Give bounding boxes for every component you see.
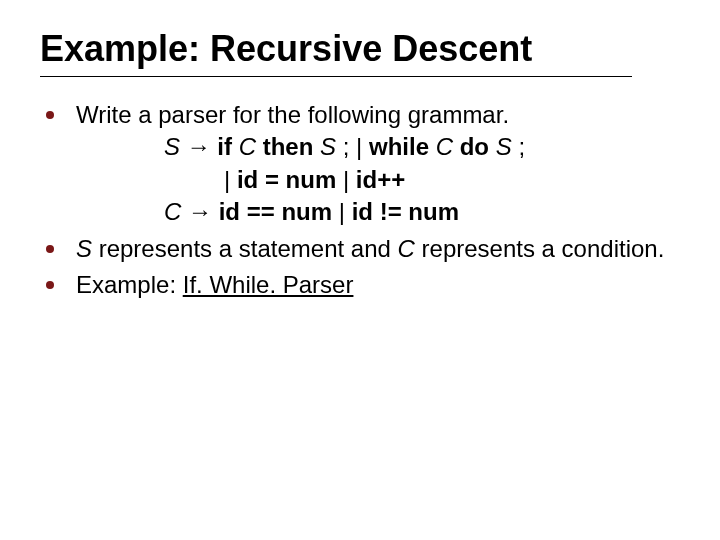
text: represents a condition. [415, 235, 664, 262]
eqeq: == [247, 198, 275, 225]
kw-num: num [286, 166, 337, 193]
kw-while: while [369, 133, 429, 160]
title-underline: Example: Recursive Descent [40, 28, 632, 77]
kw-idpp: id++ [356, 166, 405, 193]
sym-C: C [398, 235, 415, 262]
kw-num: num [281, 198, 332, 225]
grammar-line-2: | id = num | id++ [76, 164, 680, 196]
kw-num: num [408, 198, 459, 225]
kw-if: if [217, 133, 232, 160]
sym-S3: S [496, 133, 512, 160]
bar: | [356, 133, 362, 160]
bar: | [339, 198, 345, 225]
grammar-line-1: S → if C then S ; | while C do S ; [76, 131, 680, 163]
bullet-1: Write a parser for the following grammar… [40, 99, 680, 229]
text: represents a statement and [92, 235, 398, 262]
sym-C3: C [164, 198, 181, 225]
bullet-list: Write a parser for the following grammar… [40, 99, 680, 301]
semi: ; [343, 133, 350, 160]
bullet-1-intro: Write a parser for the following grammar… [76, 99, 680, 131]
kw-then: then [263, 133, 314, 160]
arrow-icon: → [188, 198, 212, 225]
bar: | [343, 166, 349, 193]
arrow-icon: → [187, 133, 211, 160]
kw-id: id [219, 198, 240, 225]
sym-S2: S [320, 133, 336, 160]
example-link[interactable]: If. While. Parser [183, 271, 354, 298]
kw-do: do [460, 133, 489, 160]
sym-C: C [239, 133, 256, 160]
slide: Example: Recursive Descent Write a parse… [0, 0, 720, 540]
example-label: Example: [76, 271, 183, 298]
sym-S: S [164, 133, 180, 160]
kw-id: id [352, 198, 373, 225]
bullet-2: S represents a statement and C represent… [40, 233, 680, 265]
neq: != [380, 198, 402, 225]
slide-title: Example: Recursive Descent [40, 28, 632, 70]
grammar-line-3: C → id == num | id != num [76, 196, 680, 228]
eq: = [265, 166, 279, 193]
bullet-3: Example: If. While. Parser [40, 269, 680, 301]
sym-S: S [76, 235, 92, 262]
semi2: ; [518, 133, 525, 160]
bar: | [224, 166, 230, 193]
kw-id: id [237, 166, 258, 193]
sym-C2: C [436, 133, 453, 160]
